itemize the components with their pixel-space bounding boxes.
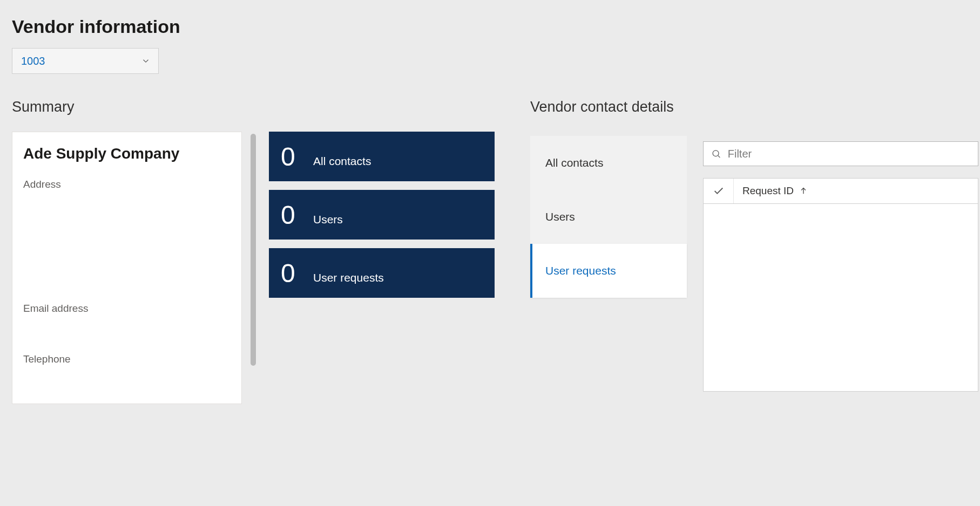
vendor-name: Ade Supply Company	[23, 145, 231, 162]
tab-label: User requests	[545, 264, 616, 277]
filter-input[interactable]	[728, 148, 970, 160]
tile-label: User requests	[313, 271, 384, 284]
address-label: Address	[23, 179, 231, 190]
tile-users[interactable]: 0 Users	[269, 190, 495, 240]
chevron-down-icon	[141, 56, 151, 66]
tab-all-contacts[interactable]: All contacts	[530, 136, 687, 190]
grid-header: Request ID	[703, 178, 978, 204]
grid-body	[703, 204, 978, 392]
column-label: Request ID	[742, 185, 794, 197]
details-heading: Vendor contact details	[530, 99, 978, 115]
tile-label: All contacts	[313, 155, 371, 168]
email-label: Email address	[23, 303, 231, 314]
grid-select-all[interactable]	[704, 179, 734, 203]
svg-point-0	[713, 151, 719, 156]
sort-asc-icon	[799, 187, 808, 195]
tile-count: 0	[281, 200, 313, 230]
tile-label: Users	[313, 213, 343, 226]
tile-count: 0	[281, 258, 313, 288]
tab-label: Users	[545, 210, 575, 223]
filter-box[interactable]	[703, 141, 978, 166]
tab-label: All contacts	[545, 156, 603, 169]
scrollbar-thumb[interactable]	[251, 134, 256, 366]
tile-user-requests[interactable]: 0 User requests	[269, 248, 495, 298]
check-icon	[713, 185, 725, 197]
tab-user-requests[interactable]: User requests	[530, 244, 687, 298]
telephone-label: Telephone	[23, 353, 231, 365]
summary-card: Ade Supply Company Address Email address…	[12, 132, 242, 404]
summary-heading: Summary	[12, 99, 498, 115]
vendor-id-value: 1003	[21, 55, 45, 67]
page-title: Vendor information	[12, 16, 968, 37]
summary-scrollbar[interactable]	[248, 134, 258, 371]
tile-all-contacts[interactable]: 0 All contacts	[269, 132, 495, 181]
svg-line-1	[718, 156, 720, 158]
vendor-id-dropdown[interactable]: 1003	[12, 48, 159, 74]
search-icon	[711, 148, 721, 159]
details-tabs: All contacts Users User requests	[530, 136, 687, 298]
tab-users[interactable]: Users	[530, 190, 687, 244]
tile-count: 0	[281, 142, 313, 172]
column-request-id[interactable]: Request ID	[734, 179, 978, 203]
